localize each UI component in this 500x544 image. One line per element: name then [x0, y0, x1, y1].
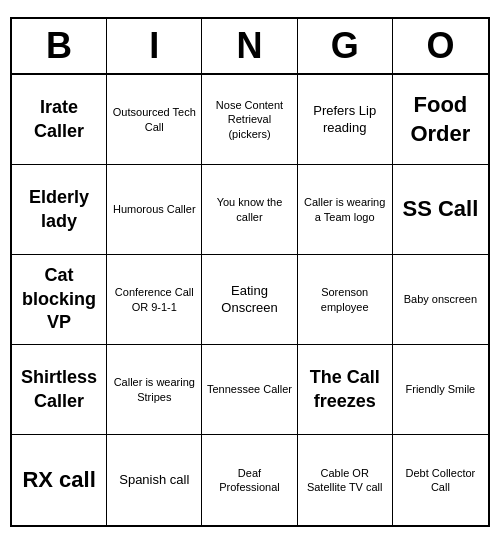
- bingo-cell-20[interactable]: RX call: [12, 435, 107, 525]
- bingo-grid: Irate CallerOutsourced Tech CallNose Con…: [12, 75, 488, 525]
- bingo-cell-12[interactable]: Eating Onscreen: [202, 255, 297, 345]
- letter-g: G: [298, 19, 393, 73]
- bingo-cell-4[interactable]: Food Order: [393, 75, 488, 165]
- bingo-cell-19[interactable]: Friendly Smile: [393, 345, 488, 435]
- letter-b: B: [12, 19, 107, 73]
- bingo-cell-1[interactable]: Outsourced Tech Call: [107, 75, 202, 165]
- letter-i: I: [107, 19, 202, 73]
- bingo-cell-7[interactable]: You know the caller: [202, 165, 297, 255]
- bingo-cell-22[interactable]: Deaf Professional: [202, 435, 297, 525]
- bingo-cell-15[interactable]: Shirtless Caller: [12, 345, 107, 435]
- bingo-cell-3[interactable]: Prefers Lip reading: [298, 75, 393, 165]
- bingo-cell-9[interactable]: SS Call: [393, 165, 488, 255]
- bingo-cell-5[interactable]: Elderly lady: [12, 165, 107, 255]
- bingo-cell-16[interactable]: Caller is wearing Stripes: [107, 345, 202, 435]
- bingo-cell-2[interactable]: Nose Content Retrieval (pickers): [202, 75, 297, 165]
- bingo-cell-14[interactable]: Baby onscreen: [393, 255, 488, 345]
- bingo-cell-10[interactable]: Cat blocking VP: [12, 255, 107, 345]
- bingo-cell-21[interactable]: Spanish call: [107, 435, 202, 525]
- bingo-cell-24[interactable]: Debt Collector Call: [393, 435, 488, 525]
- bingo-header: B I N G O: [12, 19, 488, 75]
- letter-n: N: [202, 19, 297, 73]
- bingo-cell-11[interactable]: Conference Call OR 9-1-1: [107, 255, 202, 345]
- bingo-cell-8[interactable]: Caller is wearing a Team logo: [298, 165, 393, 255]
- bingo-cell-23[interactable]: Cable OR Satellite TV call: [298, 435, 393, 525]
- bingo-cell-18[interactable]: The Call freezes: [298, 345, 393, 435]
- bingo-card: B I N G O Irate CallerOutsourced Tech Ca…: [10, 17, 490, 527]
- bingo-cell-6[interactable]: Humorous Caller: [107, 165, 202, 255]
- bingo-cell-17[interactable]: Tennessee Caller: [202, 345, 297, 435]
- letter-o: O: [393, 19, 488, 73]
- bingo-cell-0[interactable]: Irate Caller: [12, 75, 107, 165]
- bingo-cell-13[interactable]: Sorenson employee: [298, 255, 393, 345]
